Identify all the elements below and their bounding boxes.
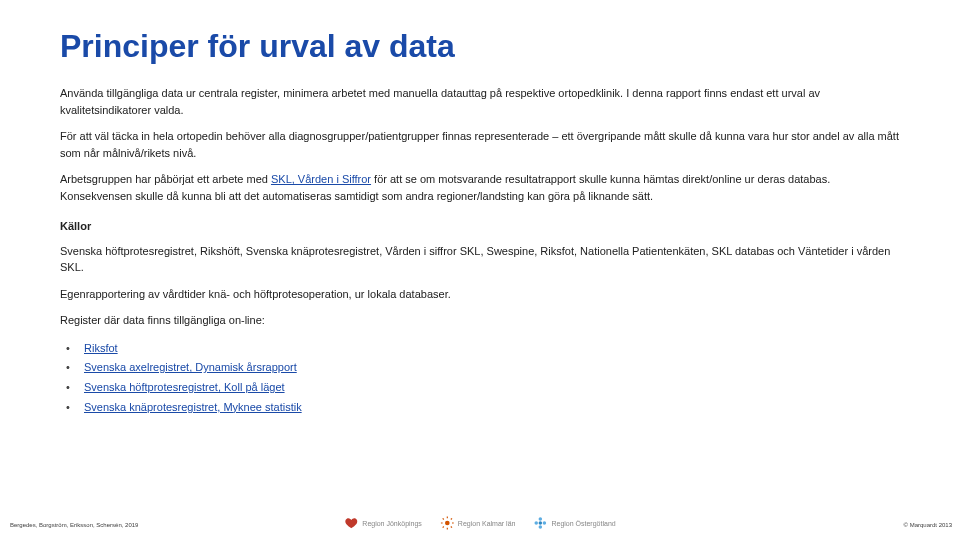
paragraph-1: Använda tillgängliga data ur centrala re… xyxy=(60,85,900,118)
logo-label: Region Jönköpings xyxy=(362,520,422,527)
egen-rapport: Egenrapportering av vårdtider knä- och h… xyxy=(60,286,900,303)
footer-left: Bergedes, Borgström, Eriksson, Schersén,… xyxy=(10,522,138,528)
paragraph-2: För att väl täcka in hela ortopedin behö… xyxy=(60,128,900,161)
online-intro: Register där data finns tillgängliga on-… xyxy=(60,312,900,329)
link-riksfot[interactable]: Riksfot xyxy=(84,342,118,354)
logo-ostergotland: Region Östergötland xyxy=(533,516,615,530)
svg-line-8 xyxy=(450,518,451,519)
svg-point-11 xyxy=(539,525,543,529)
list-item: Svenska höftprotesregistret, Koll på läg… xyxy=(64,378,900,398)
paragraph-3: Arbetsgruppen har påbörjat ett arbete me… xyxy=(60,171,900,204)
svg-line-5 xyxy=(442,518,443,519)
list-item: Svenska knäprotesregistret, Myknee stati… xyxy=(64,398,900,418)
logo-kalmar: Region Kalmar län xyxy=(440,516,516,530)
svg-point-10 xyxy=(539,517,543,521)
paragraph-3-pre: Arbetsgruppen har påbörjat ett arbete me… xyxy=(60,173,271,185)
sources-body: Svenska höftprotesregistret, Rikshöft, S… xyxy=(60,243,900,276)
link-axelregistret[interactable]: Svenska axelregistret, Dynamisk årsrappo… xyxy=(84,361,297,373)
logo-label: Region Kalmar län xyxy=(458,520,516,527)
slide-body: Använda tillgängliga data ur centrala re… xyxy=(60,85,900,418)
heart-icon xyxy=(344,516,358,530)
svg-point-0 xyxy=(445,521,450,526)
slide: Principer för urval av data Använda till… xyxy=(0,0,960,540)
svg-point-9 xyxy=(539,521,543,525)
link-knaprotesregistret[interactable]: Svenska knäprotesregistret, Myknee stati… xyxy=(84,401,302,413)
flower-icon xyxy=(533,516,547,530)
slide-title: Principer för urval av data xyxy=(60,28,900,65)
svg-point-12 xyxy=(535,521,539,525)
svg-line-6 xyxy=(450,527,451,528)
footer-right: © Marquardt 2013 xyxy=(904,522,952,528)
link-hoftprotesregistret[interactable]: Svenska höftprotesregistret, Koll på läg… xyxy=(84,381,285,393)
logo-label: Region Östergötland xyxy=(551,520,615,527)
list-item: Svenska axelregistret, Dynamisk årsrappo… xyxy=(64,358,900,378)
slide-footer: Bergedes, Borgström, Eriksson, Schersén,… xyxy=(0,508,960,532)
footer-logos: Region Jönköpings Region Kalmar län Regi… xyxy=(344,516,615,530)
link-skl-varden-i-siffror[interactable]: SKL, Vården i Siffror xyxy=(271,173,371,185)
list-item: Riksfot xyxy=(64,339,900,359)
sun-icon xyxy=(440,516,454,530)
logo-jonkoping: Region Jönköpings xyxy=(344,516,422,530)
sources-heading: Källor xyxy=(60,218,900,235)
svg-line-7 xyxy=(442,527,443,528)
online-registers-list: Riksfot Svenska axelregistret, Dynamisk … xyxy=(60,339,900,418)
svg-point-13 xyxy=(543,521,547,525)
